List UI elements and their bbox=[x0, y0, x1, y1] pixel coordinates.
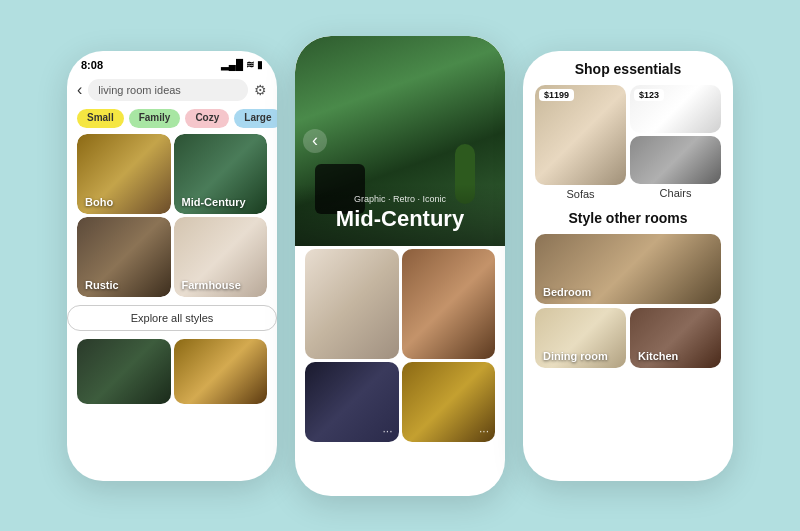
chip-small[interactable]: Small bbox=[77, 109, 124, 128]
signal-icon: ▂▄█ bbox=[221, 59, 243, 70]
chair-label: Chairs bbox=[630, 187, 721, 199]
hero-image: ‹ Graphic · Retro · Iconic Mid-Century bbox=[295, 36, 505, 246]
style-label-midcentury: Mid-Century bbox=[182, 196, 246, 208]
sofa-price: $1199 bbox=[539, 89, 574, 101]
style-rooms-title: Style other rooms bbox=[535, 210, 721, 226]
chair-column: $123 Chairs bbox=[630, 85, 721, 206]
center-card-3[interactable]: ··· bbox=[305, 362, 399, 442]
hero-overlay: Graphic · Retro · Iconic Mid-Century bbox=[295, 184, 505, 246]
style-card-midcentury[interactable]: Mid-Century bbox=[174, 134, 268, 214]
center-card-4[interactable]: ··· bbox=[402, 362, 496, 442]
sofa-image-card[interactable]: $1199 bbox=[535, 85, 626, 185]
style-card-farmhouse[interactable]: Farmhouse bbox=[174, 217, 268, 297]
back-arrow-icon[interactable]: ‹ bbox=[77, 81, 82, 99]
style-card-rustic[interactable]: Rustic bbox=[77, 217, 171, 297]
bottom-image-right[interactable] bbox=[174, 339, 268, 404]
bedroom-card[interactable]: Bedroom bbox=[535, 234, 721, 304]
status-bar-left: 8:08 ▂▄█ ≋ ▮ bbox=[67, 51, 277, 75]
style-label-boho: Boho bbox=[85, 196, 113, 208]
chip-cozy[interactable]: Cozy bbox=[185, 109, 229, 128]
kitchen-card[interactable]: Kitchen bbox=[630, 308, 721, 368]
bottom-image-left[interactable] bbox=[77, 339, 171, 404]
rooms-row-2: Dining room Kitchen bbox=[535, 308, 721, 368]
kitchen-label: Kitchen bbox=[638, 350, 678, 362]
phones-container: 8:08 ▂▄█ ≋ ▮ ‹ living room ideas ⚙ Small… bbox=[67, 36, 733, 496]
center-card-2[interactable] bbox=[402, 249, 496, 359]
bedroom-label: Bedroom bbox=[543, 286, 591, 298]
style-title-big: Mid-Century bbox=[309, 206, 491, 232]
phone-left: 8:08 ▂▄█ ≋ ▮ ‹ living room ideas ⚙ Small… bbox=[67, 51, 277, 481]
search-input[interactable]: living room ideas bbox=[88, 79, 248, 101]
phone-right: Shop essentials $1199 Sofas $123 Chairs bbox=[523, 51, 733, 481]
sofa-column: $1199 Sofas bbox=[535, 85, 626, 206]
search-bar-row: ‹ living room ideas ⚙ bbox=[67, 75, 277, 107]
chair-price: $123 bbox=[634, 89, 664, 101]
dining-room-card[interactable]: Dining room bbox=[535, 308, 626, 368]
shop-essentials-title: Shop essentials bbox=[535, 61, 721, 77]
phone-center: ‹ Graphic · Retro · Iconic Mid-Century ·… bbox=[295, 36, 505, 496]
wifi-icon: ≋ bbox=[246, 59, 254, 70]
chair-image-top[interactable]: $123 bbox=[630, 85, 721, 133]
shop-grid: $1199 Sofas $123 Chairs bbox=[535, 85, 721, 206]
rooms-grid: Bedroom Dining room Kitchen bbox=[535, 234, 721, 368]
style-subtitle: Graphic · Retro · Iconic bbox=[309, 194, 491, 204]
style-card-boho[interactable]: Boho bbox=[77, 134, 171, 214]
more-dots-2[interactable]: ··· bbox=[479, 424, 489, 438]
sofa-label: Sofas bbox=[535, 188, 626, 200]
nav-arrow-left[interactable]: ‹ bbox=[303, 129, 327, 153]
style-label-rustic: Rustic bbox=[85, 279, 119, 291]
filter-chips: Small Family Cozy Large Lay... bbox=[67, 107, 277, 134]
battery-icon: ▮ bbox=[257, 59, 263, 70]
chair-image-bottom[interactable] bbox=[630, 136, 721, 184]
right-content: Shop essentials $1199 Sofas $123 Chairs bbox=[523, 51, 733, 378]
dining-label: Dining room bbox=[543, 350, 608, 362]
filter-icon[interactable]: ⚙ bbox=[254, 82, 267, 98]
more-dots-1[interactable]: ··· bbox=[382, 424, 392, 438]
center-photo-grid: ··· ··· bbox=[295, 246, 505, 445]
center-card-1[interactable] bbox=[305, 249, 399, 359]
style-label-farmhouse: Farmhouse bbox=[182, 279, 241, 291]
style-grid: Boho Mid-Century Rustic Farmhouse bbox=[67, 134, 277, 297]
chip-family[interactable]: Family bbox=[129, 109, 181, 128]
bottom-images bbox=[67, 339, 277, 404]
status-icons: ▂▄█ ≋ ▮ bbox=[221, 59, 263, 70]
explore-all-button[interactable]: Explore all styles bbox=[67, 305, 277, 331]
chip-large[interactable]: Large bbox=[234, 109, 277, 128]
time-display: 8:08 bbox=[81, 59, 103, 71]
